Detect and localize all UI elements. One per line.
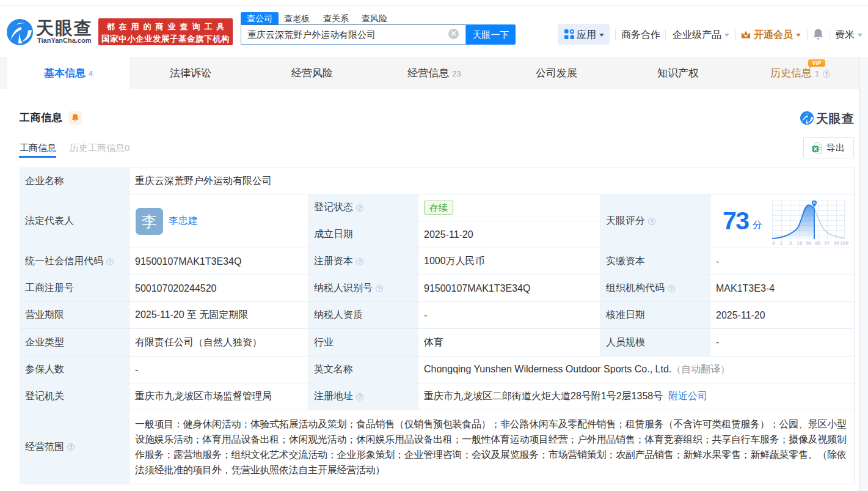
svg-text:99: 99 bbox=[834, 240, 839, 245]
svg-text:97: 97 bbox=[825, 240, 830, 245]
svg-text:0: 0 bbox=[772, 240, 775, 245]
svg-text:100: 100 bbox=[840, 240, 848, 245]
svg-text:50: 50 bbox=[806, 240, 812, 245]
svg-text:1: 1 bbox=[780, 240, 783, 245]
svg-text:3: 3 bbox=[789, 240, 792, 245]
svg-text:85: 85 bbox=[815, 240, 821, 245]
svg-text:15: 15 bbox=[797, 240, 803, 245]
